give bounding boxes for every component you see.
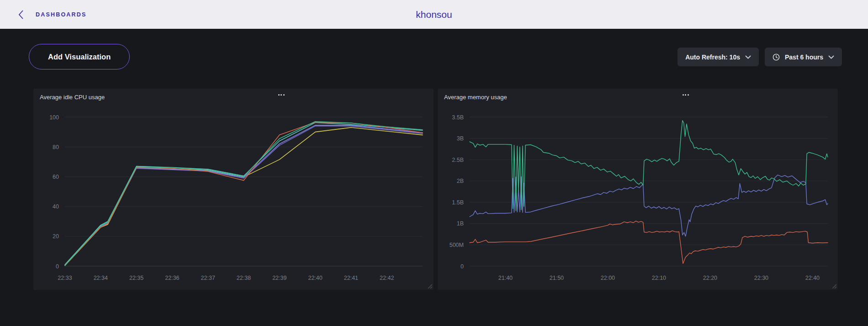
auto-refresh-dropdown[interactable]: Auto Refresh: 10s (677, 48, 759, 66)
line-series-cyan (65, 123, 423, 265)
memory-usage-line-chart[interactable]: 0500M1B1.5B2B2.5B3B3.5B21:4021:5022:0022… (438, 89, 838, 290)
y-axis-label: 80 (53, 144, 59, 150)
line-series-green (470, 121, 828, 211)
panel-menu-button[interactable] (680, 91, 692, 98)
dashboard-page: { "header": { "breadcrumb": "DASHBOARDS"… (0, 0, 868, 326)
y-axis-label: 0 (56, 263, 59, 270)
back-button[interactable] (11, 0, 31, 29)
x-axis-label: 21:50 (550, 275, 564, 281)
x-axis-label: 22:20 (703, 275, 717, 281)
y-axis-label: 1B (457, 220, 464, 227)
x-axis-label: 22:40 (805, 275, 820, 281)
time-range-dropdown[interactable]: Past 6 hours (765, 48, 842, 66)
add-visualization-button[interactable]: Add Visualization (29, 44, 130, 69)
y-axis-label: 0 (460, 263, 464, 270)
y-axis-label: 2.5B (452, 157, 464, 163)
y-axis-label: 60 (53, 174, 59, 180)
y-axis-label: 40 (53, 203, 59, 210)
panel-title: Average memory usage (444, 94, 507, 101)
x-axis-label: 22:42 (380, 275, 394, 281)
x-axis-label: 22:34 (94, 275, 108, 281)
x-axis-label: 22:38 (237, 275, 251, 281)
y-axis-label: 100 (49, 114, 59, 121)
line-series-orange (470, 221, 828, 263)
panel-resize-handle[interactable] (426, 283, 432, 289)
panel-title: Average idle CPU usage (40, 94, 105, 101)
breadcrumb[interactable]: DASHBOARDS (36, 0, 87, 29)
x-axis-label: 22:10 (652, 275, 666, 281)
x-axis-label: 22:35 (129, 275, 143, 281)
x-axis-label: 22:36 (165, 275, 179, 281)
clock-icon (773, 53, 780, 61)
y-axis-label: 1.5B (452, 199, 464, 206)
top-bar: DASHBOARDS khonsou (0, 0, 868, 29)
time-range-label: Past 6 hours (785, 53, 823, 61)
x-axis-label: 22:41 (344, 275, 358, 281)
y-axis-label: 3B (457, 135, 464, 142)
x-axis-label: 22:39 (272, 275, 286, 281)
y-axis-label: 2B (457, 178, 464, 184)
x-axis-label: 22:40 (308, 275, 322, 281)
y-axis-label: 20 (53, 233, 59, 240)
page-title: khonsou (416, 0, 452, 29)
kebab-horizontal-icon (278, 94, 285, 96)
chevron-down-icon (828, 55, 834, 59)
chevron-left-icon (18, 10, 24, 20)
auto-refresh-label: Auto Refresh: 10s (685, 53, 740, 61)
y-axis-label: 500M (450, 242, 464, 248)
panel-average-memory-usage: Average memory usage 0500M1B1.5B2B2.5B3B… (438, 89, 838, 290)
panel-resize-handle[interactable] (831, 283, 836, 289)
x-axis-label: 22:33 (58, 275, 72, 281)
y-axis-label: 3.5B (452, 114, 464, 121)
line-series-yellow (65, 128, 423, 266)
x-axis-label: 21:40 (498, 275, 513, 281)
cpu-usage-line-chart[interactable]: 02040608010022:3322:3422:3522:3622:3722:… (33, 89, 434, 290)
line-series-red (65, 122, 423, 265)
kebab-horizontal-icon (683, 94, 689, 96)
x-axis-label: 22:00 (601, 275, 615, 281)
line-series-blue (65, 125, 423, 266)
panel-average-idle-cpu-usage: Average idle CPU usage 02040608010022:33… (33, 89, 434, 290)
line-series-green (65, 122, 423, 266)
chevron-down-icon (745, 55, 751, 59)
panel-menu-button[interactable] (275, 91, 287, 98)
x-axis-label: 22:30 (754, 275, 768, 281)
x-axis-label: 22:37 (201, 275, 215, 281)
toolbar-right-group: Auto Refresh: 10s Past 6 hours (677, 48, 842, 66)
